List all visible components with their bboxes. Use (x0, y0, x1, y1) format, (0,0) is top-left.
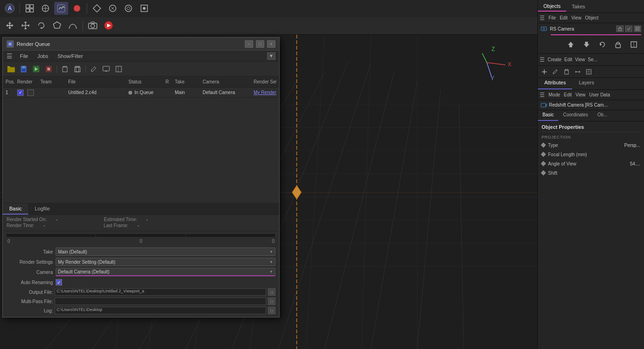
plus-icon[interactable] (540, 68, 549, 76)
delete-item-icon[interactable] (562, 68, 571, 76)
cam-action-check[interactable] (625, 25, 632, 32)
mid-menu-edit[interactable]: Edit (564, 57, 572, 62)
autorenaming-checkbox[interactable]: ✓ (56, 279, 62, 286)
bottom-tabs: Basic Logfile (3, 203, 279, 215)
dialog-titlebar[interactable]: R Render Queue − □ × (3, 38, 279, 51)
open-folder-icon[interactable] (6, 64, 17, 74)
rp-menu-edit[interactable]: Edit (560, 15, 567, 20)
cam-action-lock[interactable] (616, 25, 624, 32)
row-settings[interactable]: My Render Setting (254, 90, 276, 95)
lock-icon[interactable] (612, 38, 625, 51)
toolbar-icon-5[interactable] (90, 2, 104, 15)
maximize-button[interactable]: □ (256, 40, 264, 48)
polygon-tool-icon[interactable] (50, 19, 64, 32)
refresh-icon[interactable] (596, 38, 609, 51)
attr-hamburger-icon[interactable]: ☰ (540, 92, 545, 98)
tab-layers[interactable]: Layers (572, 78, 600, 89)
rotate-tool-icon[interactable] (34, 19, 48, 32)
svg-rect-98 (636, 29, 637, 31)
take-select[interactable]: Main (Default) ▼ (56, 247, 275, 256)
move-tool-icon[interactable] (3, 19, 17, 32)
toolbar-icon-2[interactable] (38, 2, 52, 15)
close-button[interactable]: × (267, 40, 275, 48)
table-row[interactable]: 1 ✓ Untitled 2.c4d In Queue Main Default… (3, 88, 279, 98)
minimize-button[interactable]: − (245, 40, 253, 48)
multipass-browse-icon[interactable]: □ (268, 298, 275, 305)
rp-hamburger-icon[interactable]: ☰ (540, 15, 545, 21)
tab-attributes[interactable]: Attributes (538, 78, 572, 89)
edit-icon[interactable] (88, 64, 99, 74)
menu-file[interactable]: File (18, 52, 30, 60)
cam-action-grid[interactable] (634, 25, 641, 32)
run-render-icon[interactable] (31, 64, 42, 74)
toolbar-icon-7[interactable] (121, 2, 135, 15)
outputfile-browse-icon[interactable]: □ (268, 288, 275, 296)
rp-menu-view[interactable]: View (571, 15, 581, 20)
save-render-icon[interactable] (18, 64, 29, 74)
delete-all-icon[interactable] (72, 64, 83, 74)
col-r-header: R (166, 79, 175, 84)
prop-diamond-shift (541, 170, 546, 175)
toolbar-icon-6[interactable] (106, 2, 120, 15)
svg-rect-3 (30, 5, 33, 8)
status-area: Render Started On: - Estimated Time: - R… (3, 215, 279, 231)
delete-job-icon[interactable] (59, 64, 70, 74)
tab-basic[interactable]: Basic (3, 203, 28, 215)
estimated-time-val: - (147, 217, 148, 222)
expand-item-icon[interactable] (584, 68, 593, 76)
team-check[interactable] (27, 89, 34, 96)
take-arrow-icon: ▼ (269, 250, 273, 254)
prop-row-focal: Focal Length (mm) (542, 150, 640, 159)
outputfile-input[interactable]: C:\Users\INTEL\Desktop\Untitled 2_Viewpo… (55, 288, 266, 296)
attr-menu-edit[interactable]: Edit (564, 92, 572, 97)
toolbar-icon-8[interactable] (137, 2, 151, 15)
mid-menu-create[interactable]: Create (548, 57, 561, 62)
multipass-input[interactable] (55, 298, 266, 305)
expand-view-icon[interactable] (113, 64, 124, 74)
camera-select[interactable]: Default Camera (Default) ▼ (56, 268, 275, 276)
tab-logfile[interactable]: Logfile (28, 203, 56, 215)
subtab-coordinates[interactable]: Coordinates (558, 110, 593, 121)
dialog-menubar: ☰ File Jobs Show/Filter ▼ (3, 51, 279, 62)
tab-objects[interactable]: Objects (538, 1, 566, 12)
dialog-collapse-icon[interactable]: ▼ (267, 52, 275, 60)
rp-menu-file[interactable]: File (548, 15, 556, 20)
move-up-icon[interactable] (564, 38, 577, 51)
render-time-label: Render Time: (6, 223, 34, 228)
camera-tool-icon[interactable] (86, 19, 100, 32)
menu-jobs[interactable]: Jobs (36, 52, 50, 60)
log-browse-icon[interactable]: □ (268, 307, 275, 314)
expand-icon[interactable] (627, 38, 640, 51)
toolbar-icon-1[interactable] (23, 2, 37, 15)
move-item-icon[interactable] (573, 68, 582, 76)
screen-preview-icon[interactable] (101, 64, 112, 74)
svg-rect-72 (22, 69, 26, 71)
spline-tool-icon[interactable] (66, 19, 80, 32)
attr-menu-mode[interactable]: Mode (548, 92, 560, 97)
rp-camera-name: RS Camera (550, 26, 613, 32)
pencil-icon[interactable] (551, 68, 560, 76)
log-input[interactable]: C:\Users\INTEL\Desktop (55, 307, 266, 314)
rp-mid-hamburger[interactable]: ☰ (540, 57, 545, 63)
stop-render-icon[interactable] (43, 64, 54, 74)
menu-showfilter[interactable]: Show/Filter (56, 52, 85, 60)
row-render-checkbox[interactable]: ✓ (17, 89, 40, 96)
subtab-ob[interactable]: Ob... (593, 110, 612, 121)
scale-tool-icon[interactable] (19, 19, 32, 32)
rendersettings-select[interactable]: My Render Setting (Default) ▼ (56, 258, 275, 266)
toolbar-icon-3[interactable] (54, 2, 68, 15)
app-icon[interactable]: A (3, 2, 17, 15)
mid-menu-se[interactable]: Se... (588, 57, 598, 62)
render-check[interactable]: ✓ (17, 89, 24, 96)
attr-menu-view[interactable]: View (575, 92, 586, 97)
attr-menu-userdata[interactable]: User Data (589, 92, 610, 97)
hamburger-icon[interactable]: ☰ (6, 52, 13, 60)
tab-takes[interactable]: Takes (566, 2, 591, 11)
render-icon[interactable] (102, 19, 115, 32)
mid-menu-view[interactable]: View (575, 57, 585, 62)
move-down-icon[interactable] (580, 38, 593, 51)
sep3 (83, 20, 83, 31)
subtab-basic[interactable]: Basic (538, 110, 558, 121)
toolbar-icon-4[interactable] (70, 2, 84, 15)
rp-menu-object[interactable]: Object (585, 15, 599, 20)
